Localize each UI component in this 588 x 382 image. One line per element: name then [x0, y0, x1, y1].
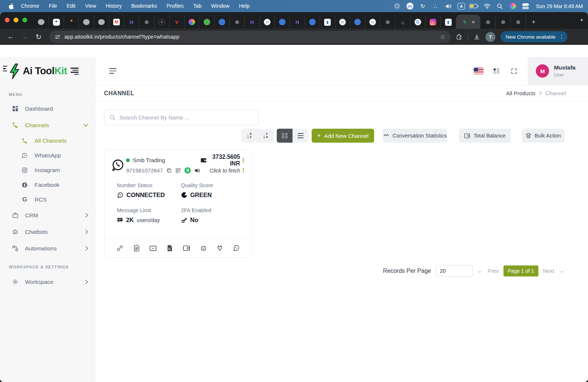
forward-button[interactable]: →	[18, 31, 31, 43]
close-tab-icon[interactable]: ×	[472, 19, 475, 25]
browser-tab[interactable]	[275, 15, 290, 29]
browser-tab[interactable]: ⊕	[511, 15, 526, 29]
browser-tab[interactable]: ⊕	[380, 15, 395, 29]
browser-tab[interactable]: ▮	[441, 15, 456, 29]
browser-tab[interactable]: S	[154, 15, 169, 29]
browser-tab[interactable]: H	[290, 15, 305, 29]
sort-asc-button[interactable]: ↓AZ	[241, 129, 257, 143]
battery-icon[interactable]	[469, 2, 479, 10]
prev-arrow-icon[interactable]: ←	[477, 268, 483, 274]
records-per-page-input[interactable]	[436, 265, 473, 276]
sidebar-item-automations[interactable]: Automations	[0, 240, 95, 257]
language-flag-icon[interactable]	[470, 62, 487, 80]
media-card-icon[interactable]	[149, 245, 157, 251]
browser-tab[interactable]	[200, 15, 215, 29]
browser-tab[interactable]	[305, 15, 320, 29]
qr-code-icon[interactable]	[175, 168, 181, 174]
siri-icon[interactable]	[508, 2, 517, 10]
list-view-button[interactable]	[293, 129, 308, 143]
total-balance-button[interactable]: Total Balance	[459, 129, 511, 143]
page-indicator[interactable]: Page 1 of 1	[503, 265, 539, 276]
screen-record-icon[interactable]	[392, 2, 402, 10]
collapse-sidebar-icon[interactable]	[109, 68, 116, 74]
menubar-item[interactable]: View	[80, 0, 101, 12]
menubar-item[interactable]: Window	[206, 0, 234, 12]
app-logo[interactable]: Ai ToolKit	[0, 57, 95, 85]
megaphone-icon[interactable]	[194, 168, 200, 173]
apps-grid-icon[interactable]	[487, 62, 505, 80]
card-menu-icon[interactable]: ⋮	[241, 155, 246, 165]
browser-tab[interactable]: ⊕	[496, 15, 511, 29]
chrome-update-button[interactable]: New Chrome available ⋮	[501, 31, 567, 42]
zoom-window-button[interactable]	[22, 18, 27, 22]
browser-tab[interactable]: ▮	[320, 15, 335, 29]
sidebar-item-channels[interactable]: Channels	[0, 117, 95, 133]
channel-card[interactable]: Smb Trading 971581072647 B	[104, 149, 252, 258]
close-window-button[interactable]	[5, 18, 10, 22]
browser-tab[interactable]: *	[49, 15, 64, 29]
bulk-action-button[interactable]: Bulk Action	[522, 129, 564, 143]
sidebar-item-dashboard[interactable]: Dashboard	[0, 100, 95, 117]
browser-tab[interactable]	[34, 15, 49, 29]
browser-tab[interactable]: G	[410, 15, 426, 29]
active-browser-tab[interactable]: ϟ ×	[456, 15, 480, 29]
browser-tab[interactable]: ○	[365, 15, 380, 29]
bookmark-star-icon[interactable]: ☆	[440, 33, 445, 41]
card-menu-icon[interactable]: ⋮	[241, 165, 246, 175]
browser-tab[interactable]: ⊕	[481, 15, 496, 29]
sort-desc-button[interactable]: ↓ZA	[257, 129, 273, 143]
browser-tab[interactable]	[94, 15, 109, 29]
sidebar-item-crm[interactable]: CRM	[0, 207, 95, 224]
browser-tab[interactable]: ○	[426, 15, 441, 29]
url-text[interactable]: app.aitoolkit.in/products/channel?type=w…	[64, 34, 436, 40]
menubar-item[interactable]: History	[101, 0, 127, 12]
breadcrumb-all-products[interactable]: All Products	[506, 90, 535, 96]
next-button[interactable]: Next	[543, 268, 554, 274]
menubar-item[interactable]: Edit	[62, 0, 80, 12]
zoom-app-icon[interactable]: zm	[405, 2, 415, 10]
sidebar-item-chatbots[interactable]: Chatbots	[0, 224, 95, 240]
browser-tab[interactable]: H	[245, 15, 260, 29]
search-input[interactable]	[119, 114, 253, 121]
browser-tab[interactable]: ☼	[395, 15, 410, 29]
click-to-fetch[interactable]: Click to fetch	[209, 168, 240, 174]
menubar-item[interactable]: Chrome	[16, 0, 44, 12]
copy-icon[interactable]	[166, 168, 172, 174]
browser-tab[interactable]: ○	[260, 15, 275, 29]
browser-tab[interactable]: *	[64, 15, 79, 29]
bot-icon[interactable]	[200, 244, 207, 252]
whatsapp-outline-icon[interactable]	[233, 244, 240, 252]
menubar-item[interactable]: Bookmarks	[126, 0, 162, 12]
menubar-item[interactable]: File	[44, 0, 62, 12]
menubar-item[interactable]: Help	[234, 0, 254, 12]
browser-tab[interactable]	[215, 15, 230, 29]
control-center-icon[interactable]	[521, 2, 530, 10]
report-file-icon[interactable]	[166, 244, 173, 252]
plug-icon[interactable]	[216, 244, 223, 252]
menubar-clock[interactable]: Sun 29 Mar 8:49 AM	[536, 3, 583, 9]
download-icon[interactable]	[473, 33, 480, 40]
apple-menu-icon[interactable]	[5, 3, 16, 9]
input-source-icon[interactable]: A	[456, 2, 466, 10]
browser-tab[interactable]: ⊕	[139, 15, 154, 29]
browser-tab[interactable]	[79, 15, 94, 29]
menubar-item[interactable]: Profiles	[162, 0, 189, 12]
sidebar-item-all-channels[interactable]: All Channels	[0, 133, 95, 148]
browser-tab[interactable]: V	[169, 15, 184, 29]
sidebar-item-workspace[interactable]: Workspace	[0, 274, 95, 290]
sidebar-item-whatsapp[interactable]: WhatsApp	[0, 148, 95, 163]
keyboard-brightness-icon[interactable]: ∴	[431, 2, 440, 10]
sidebar-item-rcs[interactable]: G RCS	[0, 192, 95, 207]
browser-tab[interactable]: M	[109, 15, 124, 29]
sidebar-item-instagram[interactable]: Instagram	[0, 163, 95, 178]
browser-tab[interactable]	[184, 15, 200, 29]
new-tab-button[interactable]: +	[527, 16, 540, 28]
minimize-window-button[interactable]	[14, 18, 18, 22]
next-arrow-icon[interactable]: →	[559, 268, 564, 274]
browser-tab[interactable]: ⊕	[230, 15, 245, 29]
spotlight-icon[interactable]	[495, 2, 505, 10]
fullscreen-icon[interactable]	[505, 62, 523, 80]
add-new-channel-button[interactable]: + Add New Channel	[312, 129, 374, 143]
tab-search-button[interactable]: ▾	[580, 17, 583, 23]
sidebar-item-facebook[interactable]: Facebook	[0, 178, 95, 192]
